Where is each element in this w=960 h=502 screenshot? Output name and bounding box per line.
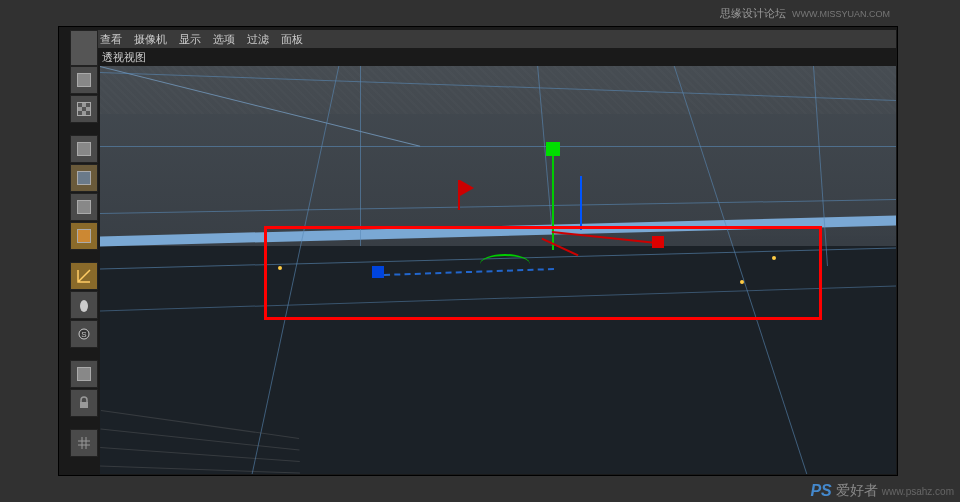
cube-icon <box>77 171 91 185</box>
menu-view[interactable]: 查看 <box>100 32 122 47</box>
svg-point-0 <box>80 300 88 312</box>
menu-camera[interactable]: 摄像机 <box>134 32 167 47</box>
model-mode-button[interactable] <box>70 135 98 163</box>
wireframe-edge <box>100 146 896 147</box>
watermark-top: 思缘设计论坛 WWW.MISSYUAN.COM <box>720 6 890 21</box>
grid-tool-button[interactable] <box>70 429 98 457</box>
svg-rect-3 <box>80 402 88 408</box>
mouse-icon <box>76 297 92 313</box>
cube-icon <box>77 73 91 87</box>
menu-filter[interactable]: 过滤 <box>247 32 269 47</box>
edge-mode-button[interactable] <box>70 164 98 192</box>
snap-icon: S <box>76 326 92 342</box>
wireframe-edge <box>360 66 361 246</box>
cube-icon <box>77 229 91 243</box>
watermark-cn: 爱好者 <box>836 482 878 500</box>
menu-options[interactable]: 选项 <box>213 32 235 47</box>
menu-panel[interactable]: 面板 <box>281 32 303 47</box>
rotation-arc-green-icon[interactable] <box>480 254 530 274</box>
z-axis-cube-icon[interactable] <box>372 266 384 278</box>
watermark-bottom-url: www.psahz.com <box>882 486 954 497</box>
svg-text:S: S <box>81 330 86 339</box>
watermark-brand: PS <box>810 482 831 500</box>
grid-floor-lines <box>100 414 380 474</box>
menu-display[interactable]: 显示 <box>179 32 201 47</box>
vertex-point[interactable] <box>740 280 744 284</box>
viewport-title: 透视视图 <box>102 50 146 65</box>
watermark-text: 思缘设计论坛 <box>720 6 786 21</box>
lock-icon <box>76 395 92 411</box>
uv-checker-button[interactable] <box>70 95 98 123</box>
perspective-viewport[interactable] <box>100 66 896 474</box>
vertex-point[interactable] <box>772 256 776 260</box>
app-logo-icon <box>70 30 98 66</box>
y-axis-handle[interactable] <box>552 150 554 250</box>
z-axis-handle[interactable] <box>580 176 582 230</box>
axis-icon <box>76 268 92 284</box>
lock-tool-button[interactable] <box>70 389 98 417</box>
move-tool-button[interactable] <box>70 360 98 388</box>
poly-mode-button[interactable] <box>70 193 98 221</box>
cube-icon <box>77 142 91 156</box>
checker-icon <box>77 102 91 116</box>
mouse-tool-button[interactable] <box>70 291 98 319</box>
watermark-bottom: PS 爱好者 www.psahz.com <box>810 482 954 500</box>
grid-icon <box>76 435 92 451</box>
point-mode-button[interactable] <box>70 222 98 250</box>
watermark-url: WWW.MISSYUAN.COM <box>792 9 890 19</box>
live-selection-button[interactable] <box>70 66 98 94</box>
cube-icon <box>77 367 91 381</box>
snap-tool-button[interactable]: S <box>70 320 98 348</box>
y-axis-cube-icon[interactable] <box>546 142 560 156</box>
left-toolbar: S <box>70 66 98 457</box>
vertex-point[interactable] <box>278 266 282 270</box>
x-axis-cube-icon[interactable] <box>652 236 664 248</box>
viewport-menubar: 查看 摄像机 显示 选项 过滤 面板 <box>70 30 896 48</box>
gizmo-flag-icon <box>460 180 474 196</box>
axis-tool-button[interactable] <box>70 262 98 290</box>
cube-icon <box>77 200 91 214</box>
